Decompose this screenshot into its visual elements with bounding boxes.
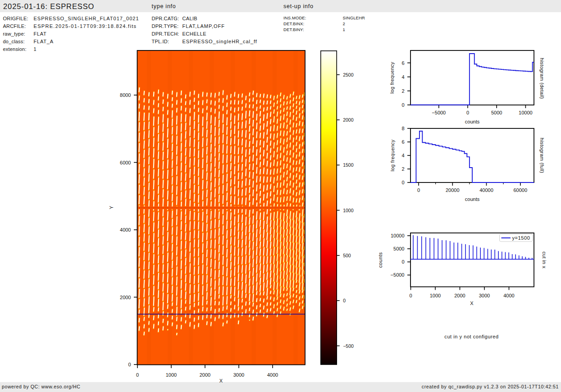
svg-text:0: 0 xyxy=(409,293,412,298)
svg-text:4000: 4000 xyxy=(267,372,278,378)
svg-text:histogram (detail): histogram (detail) xyxy=(539,58,545,99)
svg-text:500: 500 xyxy=(343,253,351,258)
svg-text:counts: counts xyxy=(378,252,383,268)
svg-text:y=1500: y=1500 xyxy=(512,235,530,241)
svg-text:0: 0 xyxy=(128,362,131,367)
svg-text:0: 0 xyxy=(136,372,139,378)
svg-text:4000: 4000 xyxy=(120,227,131,232)
svg-text:0: 0 xyxy=(343,298,346,303)
svg-text:2000: 2000 xyxy=(343,117,354,123)
svg-text:X: X xyxy=(219,378,223,383)
svg-text:cut in x: cut in x xyxy=(542,251,547,269)
svg-text:40000: 40000 xyxy=(479,187,493,193)
svg-text:3000: 3000 xyxy=(479,293,490,298)
svg-text:4: 4 xyxy=(401,153,404,158)
svg-text:Y: Y xyxy=(109,205,114,209)
svg-text:−500: −500 xyxy=(343,343,354,349)
svg-text:1500: 1500 xyxy=(343,162,354,168)
svg-text:1000: 1000 xyxy=(430,293,441,298)
svg-text:counts: counts xyxy=(465,196,480,202)
svg-text:0: 0 xyxy=(401,102,404,108)
svg-text:0: 0 xyxy=(466,110,469,115)
svg-text:0: 0 xyxy=(401,259,404,264)
svg-text:counts: counts xyxy=(465,119,480,124)
svg-text:0: 0 xyxy=(417,187,420,193)
svg-text:2: 2 xyxy=(401,166,404,172)
svg-text:−5000: −5000 xyxy=(391,272,405,278)
svg-text:2000: 2000 xyxy=(120,295,131,300)
svg-text:4: 4 xyxy=(401,74,404,80)
svg-text:60000: 60000 xyxy=(514,187,528,193)
svg-text:8: 8 xyxy=(401,126,404,131)
svg-text:2: 2 xyxy=(401,88,404,94)
svg-text:4000: 4000 xyxy=(503,293,514,298)
svg-text:2000: 2000 xyxy=(454,293,465,298)
svg-text:3000: 3000 xyxy=(233,372,244,378)
svg-text:2000: 2000 xyxy=(200,372,210,378)
svg-text:6: 6 xyxy=(401,60,404,66)
svg-text:log frequency: log frequency xyxy=(390,62,395,94)
svg-text:20000: 20000 xyxy=(446,187,460,193)
svg-text:1000: 1000 xyxy=(166,372,177,378)
svg-text:−5000: −5000 xyxy=(432,110,446,115)
svg-text:6: 6 xyxy=(401,139,404,145)
svg-text:log frequency: log frequency xyxy=(390,140,395,172)
svg-text:X: X xyxy=(470,301,474,306)
svg-text:6000: 6000 xyxy=(120,160,131,165)
svg-text:1000: 1000 xyxy=(343,208,354,213)
svg-text:10000: 10000 xyxy=(391,233,405,238)
svg-text:10000: 10000 xyxy=(519,110,533,115)
svg-text:2500: 2500 xyxy=(343,72,354,77)
svg-text:8000: 8000 xyxy=(120,92,131,98)
svg-text:histogram (full): histogram (full) xyxy=(539,138,545,173)
svg-text:0: 0 xyxy=(401,180,404,185)
svg-text:5000: 5000 xyxy=(491,110,502,115)
svg-text:cut in y not configured: cut in y not configured xyxy=(444,334,498,339)
svg-text:5000: 5000 xyxy=(393,246,404,251)
